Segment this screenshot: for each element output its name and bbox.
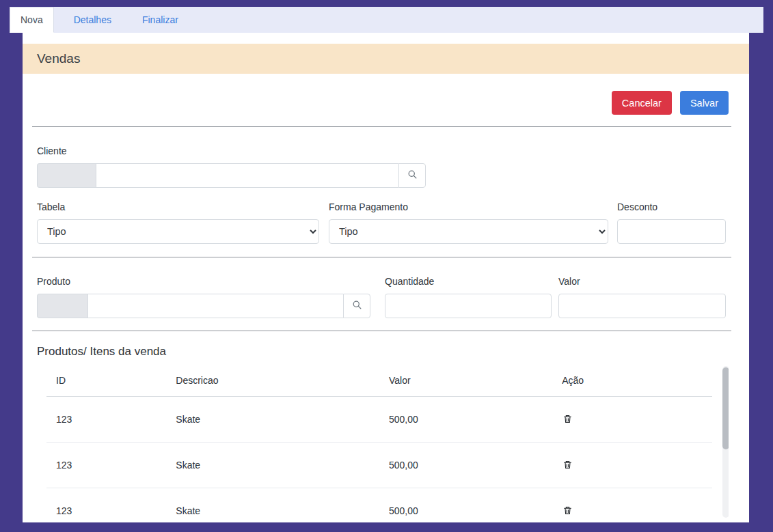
desconto-label: Desconto <box>617 201 726 212</box>
quantidade-input[interactable] <box>385 294 552 318</box>
page-header: Vendas <box>23 44 749 74</box>
delete-item-button[interactable] <box>562 458 573 471</box>
tab-finalizar[interactable]: Finalizar <box>131 7 189 33</box>
quantidade-label: Quantidade <box>385 276 552 287</box>
forma-pagamento-label: Forma Pagamento <box>329 201 608 212</box>
table-scrollbar-track[interactable] <box>722 366 729 518</box>
cliente-label: Cliente <box>37 145 729 156</box>
cliente-code-input[interactable] <box>37 163 96 188</box>
table-row: 123 Skate 500,00 <box>46 443 712 488</box>
items-section-title: Produtos/ Itens da venda <box>37 345 729 359</box>
vendas-card: Vendas Cancelar Salvar Cliente <box>23 33 749 522</box>
produto-label: Produto <box>37 276 370 287</box>
tab-finalizar-label: Finalizar <box>142 14 178 25</box>
cell-valor: 500,00 <box>379 397 552 443</box>
cell-id: 123 <box>46 443 166 488</box>
tab-detalhes-label: Detalhes <box>74 14 111 25</box>
column-header-id: ID <box>46 365 166 397</box>
table-row: 123 Skate 500,00 <box>46 488 712 520</box>
valor-field: Valor <box>558 276 726 318</box>
column-header-valor: Valor <box>379 365 552 397</box>
produto-input-group <box>37 294 370 318</box>
trash-icon <box>563 462 572 472</box>
tab-nova-label: Nova <box>21 14 43 25</box>
cell-descricao: Skate <box>166 397 379 443</box>
produto-code-input[interactable] <box>37 294 87 318</box>
tab-nova[interactable]: Nova <box>10 7 54 33</box>
column-header-acao: Ação <box>552 365 712 397</box>
tab-detalhes[interactable]: Detalhes <box>63 7 122 33</box>
cliente-section: Cliente <box>37 145 729 188</box>
cell-descricao: Skate <box>166 443 379 488</box>
save-button[interactable]: Salvar <box>680 91 729 115</box>
cliente-input-group <box>37 163 426 188</box>
divider <box>32 126 731 127</box>
cell-descricao: Skate <box>166 488 379 520</box>
delete-item-button[interactable] <box>562 412 573 425</box>
produto-search-button[interactable] <box>343 294 370 318</box>
cell-id: 123 <box>46 488 166 520</box>
cell-valor: 500,00 <box>379 443 552 488</box>
page-title: Vendas <box>37 51 80 66</box>
search-icon <box>407 169 418 182</box>
tabbar: Nova Detalhes Finalizar <box>10 7 763 33</box>
tabela-field: Tabela Tipo <box>37 201 319 244</box>
produto-field: Produto <box>37 276 370 318</box>
produto-name-input[interactable] <box>87 294 343 318</box>
desconto-input[interactable] <box>617 219 726 244</box>
table-header-row: ID Descricao Valor Ação <box>46 365 712 397</box>
divider <box>32 257 731 257</box>
table-scrollbar-thumb[interactable] <box>722 367 729 449</box>
action-buttons: Cancelar Salvar <box>37 91 729 115</box>
tabela-label: Tabela <box>37 201 319 212</box>
trash-icon <box>563 507 572 518</box>
valor-input[interactable] <box>558 294 726 318</box>
trash-icon <box>563 416 572 426</box>
cliente-name-input[interactable] <box>96 163 398 188</box>
valor-label: Valor <box>558 276 726 287</box>
tabela-select[interactable]: Tipo <box>37 219 319 244</box>
cliente-search-button[interactable] <box>398 163 426 188</box>
items-table-viewport: ID Descricao Valor Ação 123 Skate 500,00 <box>37 365 729 520</box>
column-header-descricao: Descricao <box>166 365 379 397</box>
quantidade-field: Quantidade <box>385 276 552 318</box>
cell-id: 123 <box>46 397 166 443</box>
table-row: 123 Skate 500,00 <box>46 397 712 443</box>
delete-item-button[interactable] <box>562 504 573 517</box>
cancel-button[interactable]: Cancelar <box>612 91 672 115</box>
cell-valor: 500,00 <box>379 488 552 520</box>
desconto-field: Desconto <box>617 201 726 244</box>
card-body: Cancelar Salvar Cliente <box>23 91 749 520</box>
search-icon <box>352 300 362 312</box>
product-row: Produto Quantidade <box>37 276 729 318</box>
items-table: ID Descricao Valor Ação 123 Skate 500,00 <box>46 365 712 520</box>
payment-row: Tabela Tipo Forma Pagamento Tipo Descont… <box>37 201 729 244</box>
forma-pagamento-select[interactable]: Tipo <box>329 219 608 244</box>
divider <box>32 331 731 331</box>
forma-pagamento-field: Forma Pagamento Tipo <box>329 201 608 244</box>
